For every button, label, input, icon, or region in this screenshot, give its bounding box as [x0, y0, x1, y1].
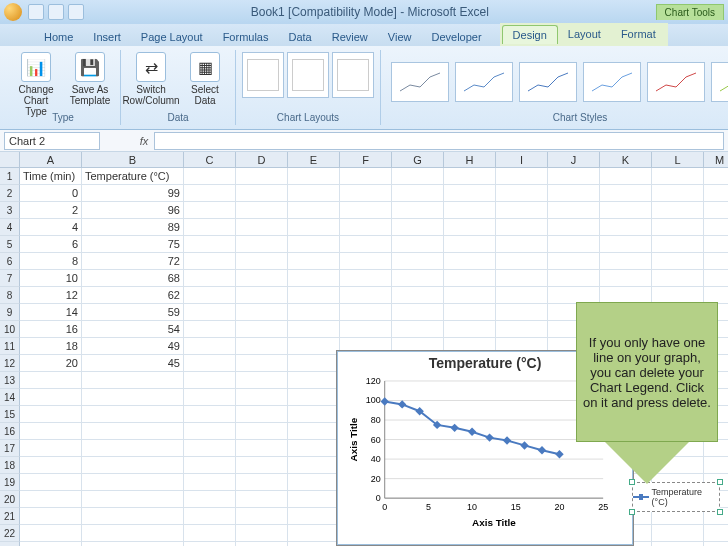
cell[interactable] [20, 542, 82, 546]
cell[interactable] [652, 219, 704, 236]
row-header[interactable]: 10 [0, 321, 20, 338]
cell[interactable]: 72 [82, 253, 184, 270]
cell[interactable] [704, 185, 728, 202]
select-data-button[interactable]: ▦ Select Data [181, 52, 229, 106]
select-all-corner[interactable] [0, 152, 20, 168]
chart-style-thumb[interactable] [647, 62, 705, 102]
cell[interactable]: 62 [82, 287, 184, 304]
cell[interactable]: 0 [20, 185, 82, 202]
column-header[interactable]: K [600, 152, 652, 168]
cell[interactable] [600, 202, 652, 219]
cell[interactable] [548, 202, 600, 219]
cell[interactable] [236, 304, 288, 321]
column-header[interactable]: I [496, 152, 548, 168]
cell[interactable] [444, 236, 496, 253]
cell[interactable] [392, 236, 444, 253]
cell[interactable] [704, 542, 728, 546]
cell[interactable] [340, 253, 392, 270]
cell[interactable] [288, 236, 340, 253]
cell[interactable] [20, 406, 82, 423]
cell[interactable] [20, 440, 82, 457]
cell[interactable] [236, 474, 288, 491]
office-button[interactable] [4, 3, 22, 21]
cell[interactable] [288, 389, 340, 406]
cell[interactable] [600, 236, 652, 253]
cell[interactable] [288, 253, 340, 270]
cell[interactable]: 8 [20, 253, 82, 270]
cell[interactable] [392, 219, 444, 236]
cell[interactable] [496, 287, 548, 304]
cell[interactable] [392, 287, 444, 304]
cell[interactable] [392, 321, 444, 338]
cell[interactable] [444, 219, 496, 236]
row-header[interactable]: 11 [0, 338, 20, 355]
cell[interactable] [288, 423, 340, 440]
row-header[interactable]: 5 [0, 236, 20, 253]
cell[interactable] [548, 168, 600, 185]
cell[interactable] [184, 287, 236, 304]
cell[interactable] [236, 202, 288, 219]
cell[interactable] [20, 474, 82, 491]
cell[interactable] [184, 525, 236, 542]
cell[interactable] [20, 389, 82, 406]
cell[interactable] [184, 457, 236, 474]
cell[interactable] [184, 270, 236, 287]
cell[interactable] [652, 236, 704, 253]
row-header[interactable]: 23 [0, 542, 20, 546]
cell[interactable] [340, 321, 392, 338]
cell[interactable] [704, 168, 728, 185]
row-header[interactable]: 9 [0, 304, 20, 321]
cell[interactable] [444, 287, 496, 304]
cell[interactable] [236, 491, 288, 508]
cell[interactable] [496, 321, 548, 338]
cell[interactable] [548, 219, 600, 236]
cell[interactable] [184, 440, 236, 457]
chart-style-thumb[interactable] [583, 62, 641, 102]
cell[interactable] [652, 525, 704, 542]
cell[interactable] [184, 321, 236, 338]
cell[interactable] [236, 270, 288, 287]
cell[interactable] [184, 236, 236, 253]
cell[interactable] [704, 270, 728, 287]
cell[interactable]: 6 [20, 236, 82, 253]
tab-developer[interactable]: Developer [421, 28, 491, 46]
cell[interactable] [652, 202, 704, 219]
cell[interactable] [184, 338, 236, 355]
cell[interactable]: 49 [82, 338, 184, 355]
cell[interactable] [236, 389, 288, 406]
cell[interactable] [184, 372, 236, 389]
cell[interactable] [82, 440, 184, 457]
save-as-template-button[interactable]: 💾 Save As Template [66, 52, 114, 106]
cell[interactable]: Temperature (°C) [82, 168, 184, 185]
tab-page-layout[interactable]: Page Layout [131, 28, 213, 46]
cell[interactable] [20, 372, 82, 389]
switch-row-column-button[interactable]: ⇄ Switch Row/Column [127, 52, 175, 106]
cell[interactable]: 99 [82, 185, 184, 202]
cell[interactable] [288, 185, 340, 202]
cell[interactable] [704, 236, 728, 253]
tab-design[interactable]: Design [502, 25, 558, 44]
cell[interactable] [236, 321, 288, 338]
chart-style-thumb[interactable] [711, 62, 728, 102]
row-header[interactable]: 3 [0, 202, 20, 219]
column-header[interactable]: L [652, 152, 704, 168]
cell[interactable] [652, 542, 704, 546]
column-header[interactable]: B [82, 152, 184, 168]
row-header[interactable]: 6 [0, 253, 20, 270]
cell[interactable] [184, 304, 236, 321]
cell[interactable] [600, 168, 652, 185]
cell[interactable] [288, 219, 340, 236]
cell[interactable] [20, 423, 82, 440]
cell[interactable] [496, 253, 548, 270]
column-header[interactable]: M [704, 152, 728, 168]
selection-handle[interactable] [629, 509, 635, 515]
row-header[interactable]: 13 [0, 372, 20, 389]
cell[interactable] [652, 270, 704, 287]
tab-data[interactable]: Data [278, 28, 321, 46]
row-header[interactable]: 19 [0, 474, 20, 491]
cell[interactable]: 96 [82, 202, 184, 219]
row-header[interactable]: 2 [0, 185, 20, 202]
cell[interactable] [704, 202, 728, 219]
cell[interactable] [340, 287, 392, 304]
cell[interactable] [652, 168, 704, 185]
